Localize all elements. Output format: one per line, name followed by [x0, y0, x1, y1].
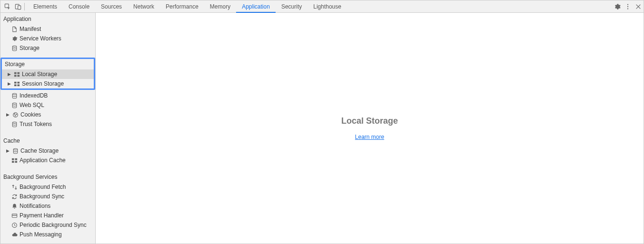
database-icon: [11, 92, 18, 99]
tab-console[interactable]: Console: [63, 0, 95, 13]
sidebar-item-label: Push Messaging: [20, 231, 62, 238]
sidebar-item-label: Service Workers: [20, 35, 61, 42]
sidebar-item-label: Notifications: [20, 203, 50, 209]
application-sidebar: Application Manifest Service Workers Sto…: [0, 13, 96, 244]
sidebar-item-push-messaging[interactable]: Push Messaging: [0, 230, 95, 239]
sidebar-item-manifest[interactable]: Manifest: [0, 24, 95, 34]
devtools-tabbar: Elements Console Sources Network Perform…: [0, 0, 644, 13]
tab-sources[interactable]: Sources: [95, 0, 128, 13]
svg-point-21: [12, 122, 16, 123]
expand-icon[interactable]: ▶: [5, 112, 10, 117]
sidebar-item-label: Periodic Background Sync: [20, 222, 87, 228]
section-gap: [0, 165, 95, 171]
close-icon[interactable]: [633, 0, 644, 13]
sidebar-item-label: Local Storage: [22, 71, 57, 78]
sidebar-item-label: Background Sync: [20, 193, 64, 200]
more-icon[interactable]: [623, 0, 633, 13]
svg-rect-12: [17, 81, 20, 83]
tab-application[interactable]: Application: [236, 0, 276, 13]
sidebar-item-periodic-sync[interactable]: Periodic Background Sync: [0, 220, 95, 230]
tabbar-separator: [24, 3, 25, 10]
svg-point-5: [627, 8, 628, 9]
database-icon: [12, 147, 19, 154]
expand-icon[interactable]: ▶: [5, 148, 10, 153]
clock-icon: [11, 222, 18, 228]
sidebar-item-local-storage[interactable]: ▶ Local Storage: [2, 69, 94, 79]
svg-rect-26: [15, 161, 17, 163]
svg-rect-25: [11, 161, 14, 163]
sidebar-item-background-fetch[interactable]: Background Fetch: [0, 182, 95, 192]
svg-rect-24: [15, 158, 17, 160]
sidebar-item-indexeddb[interactable]: IndexedDB: [0, 91, 95, 100]
sidebar-item-label: Payment Handler: [20, 212, 64, 219]
svg-rect-11: [14, 81, 16, 83]
svg-point-19: [16, 114, 16, 114]
svg-rect-10: [17, 75, 20, 77]
sidebar-item-cache-storage[interactable]: ▶ Cache Storage: [0, 146, 95, 156]
sidebar-item-session-storage[interactable]: ▶ Session Storage: [2, 79, 94, 88]
grid-icon: [13, 71, 20, 78]
devtools-window: Elements Console Sources Network Perform…: [0, 0, 644, 244]
sidebar-item-label: Trust Tokens: [20, 121, 52, 127]
sidebar-item-background-sync[interactable]: Background Sync: [0, 192, 95, 201]
inspect-element-icon[interactable]: [2, 0, 13, 13]
sidebar-item-label: Background Fetch: [20, 184, 66, 190]
svg-point-18: [14, 113, 14, 114]
grid-icon: [13, 80, 20, 87]
tab-lighthouse[interactable]: Lighthouse: [307, 0, 347, 13]
devtools-body: Application Manifest Service Workers Sto…: [0, 13, 644, 244]
learn-more-link[interactable]: Learn more: [355, 134, 384, 140]
sidebar-item-websql[interactable]: Web SQL: [0, 100, 95, 110]
expand-icon[interactable]: ▶: [7, 72, 11, 77]
sidebar-item-label: Cache Storage: [20, 147, 59, 154]
tab-security[interactable]: Security: [276, 0, 307, 13]
sidebar-item-label: Manifest: [20, 26, 41, 32]
svg-rect-9: [14, 75, 16, 77]
sidebar-item-label: Session Storage: [22, 80, 64, 87]
cookie-icon: [12, 111, 19, 118]
svg-point-17: [13, 112, 18, 117]
svg-rect-7: [14, 72, 16, 74]
main-panel: Local Storage Learn more: [96, 13, 644, 244]
grid-icon: [11, 157, 18, 164]
section-cache: Cache: [0, 135, 95, 146]
sidebar-item-service-workers[interactable]: Service Workers: [0, 34, 95, 43]
sidebar-item-cookies[interactable]: ▶ Cookies: [0, 110, 95, 119]
svg-rect-2: [18, 5, 21, 9]
settings-icon[interactable]: [612, 0, 623, 13]
section-gap: [0, 129, 95, 135]
swap-icon: [11, 184, 18, 190]
sidebar-item-label: Storage: [20, 45, 40, 51]
panel-title: Local Storage: [341, 116, 398, 126]
sync-icon: [11, 193, 18, 200]
tab-performance[interactable]: Performance: [160, 0, 204, 13]
sidebar-item-trust-tokens[interactable]: Trust Tokens: [0, 119, 95, 129]
svg-rect-14: [17, 84, 20, 86]
card-icon: [11, 212, 18, 219]
section-background-services: Background Services: [0, 171, 95, 182]
svg-point-6: [12, 46, 16, 47]
sidebar-item-notifications[interactable]: Notifications: [0, 201, 95, 211]
gear-icon: [11, 35, 18, 42]
svg-point-3: [627, 4, 628, 5]
bell-icon: [11, 203, 18, 209]
database-icon: [11, 121, 18, 127]
sidebar-item-storage-overview[interactable]: Storage: [0, 43, 95, 53]
sidebar-item-application-cache[interactable]: Application Cache: [0, 156, 95, 165]
sidebar-item-payment-handler[interactable]: Payment Handler: [0, 211, 95, 220]
tab-network[interactable]: Network: [128, 0, 160, 13]
svg-point-16: [12, 103, 16, 104]
svg-point-20: [15, 115, 15, 116]
tab-memory[interactable]: Memory: [204, 0, 236, 13]
tab-elements[interactable]: Elements: [28, 0, 63, 13]
svg-point-22: [13, 148, 17, 150]
database-icon: [11, 45, 18, 51]
device-toolbar-icon[interactable]: [13, 0, 23, 13]
tutorial-highlight: Storage ▶ Local Storage ▶ Session Storag…: [0, 58, 95, 90]
sidebar-item-label: Web SQL: [20, 102, 44, 108]
expand-icon[interactable]: ▶: [7, 81, 11, 86]
sidebar-item-label: Application Cache: [20, 157, 66, 164]
svg-rect-8: [17, 72, 20, 74]
svg-point-15: [12, 93, 16, 95]
sidebar-item-label: Cookies: [20, 111, 41, 118]
